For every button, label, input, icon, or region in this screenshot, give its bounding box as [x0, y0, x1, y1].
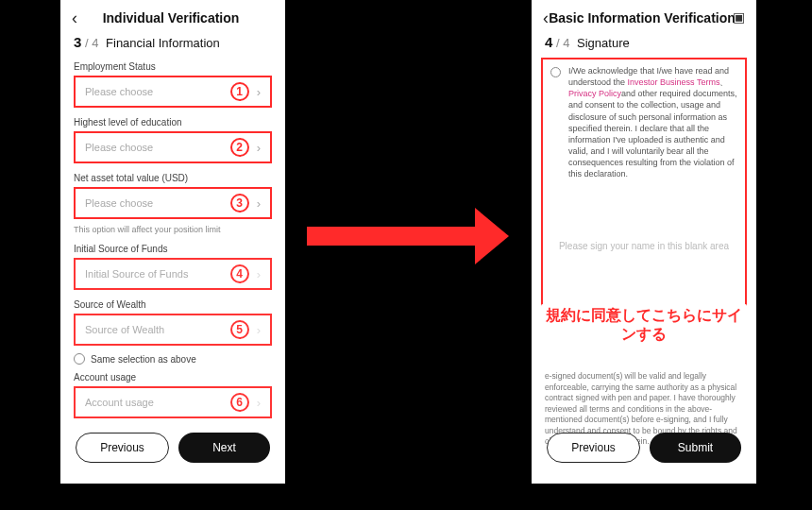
step-current: 3: [74, 34, 81, 50]
step-indicator: 3 / 4 Financial Information: [60, 34, 285, 56]
chevron-right-icon: ›: [257, 396, 261, 410]
same-selection-radio[interactable]: Same selection as above: [60, 349, 285, 366]
button-row: Previous Next: [60, 419, 285, 476]
link-privacy-policy[interactable]: Privacy Policy: [568, 89, 621, 98]
step-total: / 4: [556, 36, 569, 50]
placeholder: Please choose: [85, 86, 230, 97]
field-education[interactable]: Please choose 2 ›: [74, 131, 272, 163]
page-title: Individual Verification: [68, 10, 274, 26]
phone-right: ‹ Basic Information Verification ▣ 4 / 4…: [532, 0, 756, 484]
field-initial-funds[interactable]: Initial Source of Funds 4 ›: [74, 258, 272, 290]
placeholder: Please choose: [85, 197, 230, 209]
chevron-right-icon: ›: [257, 267, 261, 281]
chevron-right-icon: ›: [257, 196, 261, 211]
annotation-num-6: 6: [230, 393, 249, 412]
annotation-num-2: 2: [230, 138, 249, 157]
arrow-icon: [307, 208, 510, 264]
annotation-num-1: 1: [230, 82, 249, 101]
next-button[interactable]: Next: [178, 433, 270, 463]
label-education: Highest level of education: [60, 111, 285, 131]
ack-radio-row[interactable]: I/We acknowledge that I/we have read and…: [550, 65, 737, 179]
previous-button[interactable]: Previous: [76, 433, 169, 463]
acknowledgement-box: I/We acknowledge that I/we have read and…: [541, 58, 747, 310]
signature-placeholder: Please sign your name in this blank area: [559, 241, 729, 251]
field-source-wealth[interactable]: Source of Wealth 5 ›: [74, 314, 272, 346]
label-networth: Net asset total value (USD): [60, 167, 285, 187]
annotation-num-4: 4: [230, 264, 249, 283]
step-label: Financial Information: [106, 36, 220, 50]
field-account-usage[interactable]: Account usage 6 ›: [74, 386, 272, 418]
chevron-right-icon: ›: [257, 141, 261, 155]
same-selection-label: Same selection as above: [91, 354, 196, 365]
field-employment[interactable]: Please choose 1 ›: [74, 76, 272, 108]
placeholder: Please choose: [85, 142, 230, 153]
submit-button[interactable]: Submit: [650, 433, 741, 463]
annotation-num-5: 5: [230, 320, 249, 339]
label-employment: Employment Status: [60, 56, 285, 76]
helper-networth: This option will affect your position li…: [60, 223, 285, 238]
step-total: / 4: [85, 36, 98, 50]
ack-text: I/We acknowledge that I/we have read and…: [568, 65, 737, 179]
radio-icon: [550, 67, 561, 77]
phone-left: ‹ Individual Verification 3 / 4 Financia…: [60, 0, 285, 484]
header: ‹ Basic Information Verification ▣: [532, 0, 756, 34]
japanese-note: 規約に同意してこちらにサインする: [541, 304, 747, 346]
label-wealth: Source of Wealth: [60, 294, 285, 314]
chevron-right-icon: ›: [257, 85, 261, 99]
placeholder: Initial Source of Funds: [85, 268, 230, 280]
translate-icon[interactable]: ▣: [733, 9, 745, 25]
label-account-usage: Account usage: [60, 366, 285, 386]
field-networth[interactable]: Please choose 3 ›: [74, 187, 272, 219]
step-label: Signature: [577, 36, 630, 50]
radio-icon: [74, 353, 85, 365]
label-initial-funds: Initial Source of Funds: [60, 238, 285, 258]
step-indicator: 4 / 4 Signature: [532, 34, 756, 56]
annotation-num-3: 3: [230, 194, 249, 212]
page-title: Basic Information Verification: [539, 10, 745, 26]
placeholder: Source of Wealth: [85, 324, 230, 335]
previous-button[interactable]: Previous: [547, 433, 640, 463]
link-business-terms[interactable]: Investor Business Terms: [628, 77, 720, 87]
header: ‹ Individual Verification: [60, 0, 285, 34]
button-row: Previous Submit: [532, 419, 756, 476]
signature-area[interactable]: Please sign your name in this blank area: [550, 189, 737, 302]
chevron-right-icon: ›: [257, 323, 261, 337]
placeholder: Account usage: [85, 397, 230, 408]
step-current: 4: [545, 34, 552, 50]
